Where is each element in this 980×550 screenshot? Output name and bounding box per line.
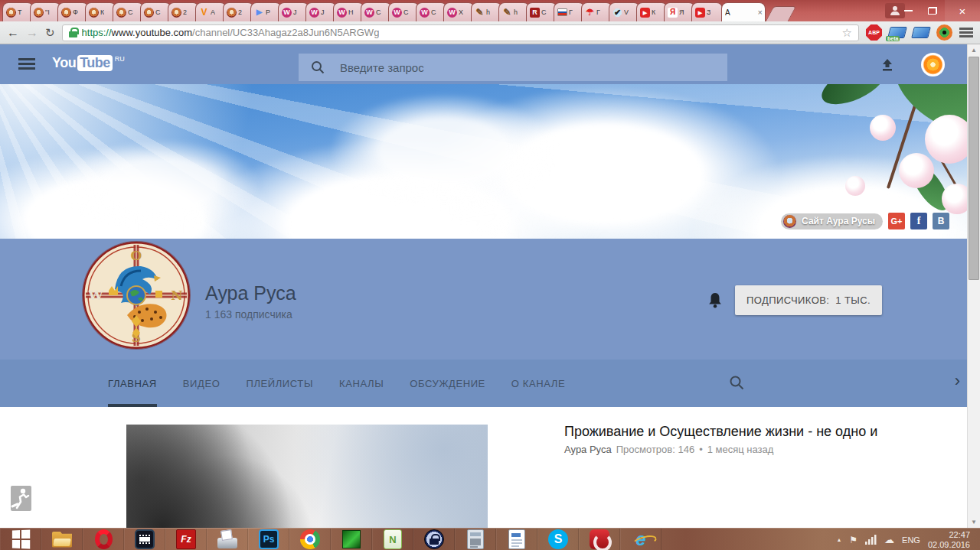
search-icon[interactable] [311,60,325,74]
taskbar-clock[interactable]: 22:47 02.09.2016 [928,530,970,550]
refresh-icon[interactable]: ↻ [45,27,55,38]
upload-icon[interactable] [880,59,894,71]
subscribed-button[interactable]: ПОДПИСЧИКОВ: 1 ТЫС. [735,285,882,315]
browser-tab[interactable]: ▶Р [250,2,282,21]
page-scrollbar[interactable]: ▲ ▼ [967,44,980,528]
browser-tab[interactable]: ЯЯ [664,2,695,21]
browser-tab[interactable]: Т [2,2,34,21]
scroll-up-icon[interactable]: ▲ [968,47,980,54]
keyboard-language-indicator[interactable]: ENG [902,535,920,545]
skype-taskbar-button[interactable]: S [537,529,579,550]
browser-menu-icon[interactable] [959,28,973,37]
vk-icon[interactable]: В [933,213,949,229]
notification-bell-icon[interactable] [708,292,722,308]
channel-nav-tab[interactable]: ВИДЕО [183,360,220,407]
photoshop-taskbar-button[interactable]: Ps [248,529,289,550]
browser-tab[interactable]: ☂Г [581,2,612,21]
browser-tab[interactable]: WС [416,2,447,21]
beta-folder-extension-icon[interactable]: beta [887,27,907,38]
channel-nav-tab[interactable]: ПЛЕЙЛИСТЫ [246,360,313,407]
network-signal-icon[interactable] [865,535,877,545]
browser-tab[interactable]: ✔V [609,2,640,21]
active-browser-tab[interactable]: А × [721,2,766,21]
calculator-taskbar-button[interactable] [455,529,496,550]
desktop-screen: Т"ІФКСС2VА2▶РWJWJWНWСWСWСWХ✎h✎hRСГ☂Г✔V▶К… [0,0,980,550]
minimize-button[interactable] [896,0,920,21]
hamburger-menu-icon[interactable] [18,58,35,70]
tab-title: h [514,8,518,16]
browser-tab[interactable]: 2 [223,2,254,21]
browser-tab[interactable]: С [140,2,172,21]
scanner-taskbar-button[interactable] [207,529,248,550]
browser-tab[interactable]: WС [388,2,420,21]
back-icon[interactable]: ← [7,27,19,39]
tab-close-icon[interactable]: × [758,8,763,17]
url-field[interactable]: https://www.youtube.com/channel/UC33Ahag… [62,24,859,41]
keepass-taskbar-button[interactable] [413,529,455,550]
rlogo-favicon: R [530,8,540,18]
search-input[interactable] [340,61,715,74]
channel-search-icon[interactable] [729,375,744,390]
opera-taskbar-button[interactable] [83,529,124,550]
browser-tab[interactable]: WС [361,2,392,21]
facebook-icon[interactable]: f [910,213,927,229]
tray-hidden-icons-icon[interactable]: ▲ [836,537,841,542]
writer-taskbar-button[interactable] [496,529,537,550]
forward-icon[interactable]: → [26,27,38,39]
ring-app-taskbar-button[interactable] [579,529,620,550]
browser-tab[interactable]: WJ [278,2,309,21]
green-app-taskbar-button[interactable] [331,529,372,550]
channel-nav-tab[interactable]: ОБСУЖДЕНИЕ [410,360,485,407]
browser-tab[interactable]: VА [195,2,227,21]
video-thumbnail[interactable] [126,425,488,528]
browser-tab[interactable]: WН [333,2,364,21]
browser-tab[interactable]: Ф [57,2,89,21]
browser-tab[interactable]: К [85,2,116,21]
browser-tab[interactable]: С [113,2,144,21]
tab-title: К [652,8,655,16]
folder-extension-icon[interactable] [911,27,931,38]
youtube-logo[interactable]: You Tube RU [52,55,125,71]
browser-tab[interactable]: 2 [168,2,199,21]
channel-nav-tab[interactable]: ГЛАВНАЯ [108,360,157,407]
browser-tab[interactable]: ▶К [636,2,668,21]
chrome-taskbar-button[interactable] [289,529,331,550]
tab-title: Х [459,8,463,16]
channel-nav-tab[interactable]: КАНАЛЫ [339,360,384,407]
youtube-search-box [299,54,727,81]
video-title[interactable]: Проживание и Осуществление жизни - не од… [564,424,901,440]
ie-taskbar-button[interactable]: e [620,529,662,550]
googleplus-icon[interactable]: G+ [888,213,905,229]
scrollbar-thumb[interactable] [969,57,979,280]
nav-next-chevron-icon[interactable]: › [955,373,960,389]
browser-tab[interactable]: ✎h [471,2,502,21]
green-app-icon [342,530,361,548]
exit-sign-icon[interactable] [11,486,31,511]
explorer-taskbar-button[interactable] [41,529,83,550]
start-taskbar-button[interactable] [0,529,41,550]
user-avatar[interactable] [921,53,945,76]
channel-avatar[interactable]: O N S W [83,242,190,349]
video-editor-taskbar-button[interactable] [124,529,165,550]
eye-extension-icon[interactable] [936,24,952,41]
browser-tab[interactable]: Г [554,2,585,21]
browser-tab[interactable]: "І [30,2,61,21]
close-button[interactable]: × [945,0,980,21]
filezilla-taskbar-button[interactable]: Fz [165,529,207,550]
browser-tab[interactable]: RС [526,2,557,21]
adblock-extension-icon[interactable]: ABP [866,24,882,41]
new-tab-button[interactable] [766,6,797,21]
action-center-flag-icon[interactable]: ⚑ [849,535,858,545]
browser-tab[interactable]: ✎h [498,2,530,21]
channel-nav-tab[interactable]: О КАНАЛЕ [511,360,565,407]
browser-tab[interactable]: WJ [305,2,337,21]
scroll-down-icon[interactable]: ▼ [968,519,980,526]
channel-site-link[interactable]: Сайт Аура Русы [781,213,883,229]
restore-button[interactable] [920,0,945,21]
browser-tab[interactable]: WХ [443,2,475,21]
cloud-sync-icon[interactable]: ☁ [884,534,894,545]
video-channel-name[interactable]: Аура Руса [564,444,612,455]
bookmark-star-icon[interactable]: ☆ [842,26,852,40]
notepad-taskbar-button[interactable]: N [372,529,413,550]
browser-tab[interactable]: ▶З [691,2,723,21]
